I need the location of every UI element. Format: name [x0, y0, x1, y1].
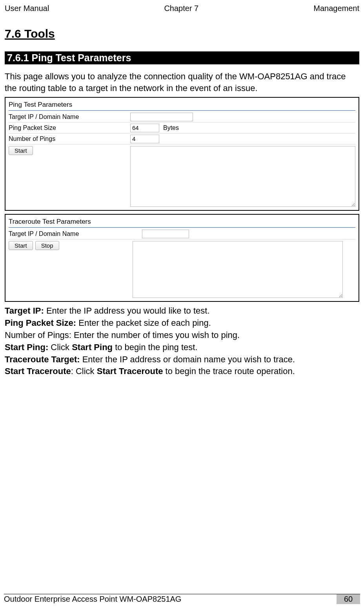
def-packet-size: Ping Packet Size: Enter the packet size … — [5, 317, 359, 329]
trace-buttons-row: Start Stop — [9, 239, 355, 298]
def-trace-target-text: Enter the IP address or domain name you … — [80, 354, 295, 364]
header-right: Management — [313, 4, 359, 13]
footer-left: Outdoor Enterprise Access Point WM-OAP82… — [4, 595, 181, 604]
def-start-trace-text1: : Click — [71, 366, 97, 376]
divider — [9, 110, 355, 111]
ping-size-label: Ping Packet Size — [9, 124, 130, 131]
traceroute-panel: Traceroute Test Parameters Target IP / D… — [5, 214, 359, 302]
trace-output[interactable] — [133, 241, 343, 298]
ping-target-row: Target IP / Domain Name — [9, 111, 355, 122]
ping-count-row: Number of Pings — [9, 133, 355, 144]
def-target-ip: Target IP: Enter the IP address you woul… — [5, 305, 359, 317]
ping-panel-title: Ping Test Parameters — [9, 100, 355, 110]
page-footer: Outdoor Enterprise Access Point WM-OAP82… — [4, 594, 360, 604]
definitions: Target IP: Enter the IP address you woul… — [5, 305, 359, 378]
ping-start-row: Start — [9, 144, 355, 207]
ping-start-button[interactable]: Start — [9, 146, 33, 155]
def-start-trace-term: Start Traceroute — [5, 366, 71, 376]
divider — [9, 227, 355, 228]
ping-target-label: Target IP / Domain Name — [9, 113, 130, 121]
page-number: 60 — [337, 594, 360, 604]
def-target-ip-term: Target IP: — [5, 306, 44, 316]
def-start-trace-text2: to begin the trace route operation. — [163, 366, 295, 376]
trace-start-button[interactable]: Start — [9, 241, 33, 250]
trace-stop-button[interactable]: Stop — [35, 241, 59, 250]
section-title: 7.6 Tools — [5, 27, 359, 40]
traceroute-panel-title: Traceroute Test Parameters — [9, 217, 355, 227]
ping-size-input[interactable] — [130, 124, 159, 132]
ping-size-row: Ping Packet Size Bytes — [9, 122, 355, 133]
def-start-ping-text1: Click — [48, 342, 72, 352]
def-trace-target-term: Traceroute Target: — [5, 354, 80, 364]
ping-count-label: Number of Pings — [9, 135, 130, 142]
ping-count-input[interactable] — [130, 135, 159, 143]
header-center: Chapter 7 — [164, 4, 198, 13]
def-start-ping-text2: to begin the ping test. — [113, 342, 198, 352]
ping-output[interactable] — [130, 146, 355, 207]
def-num-pings: Number of Pings: Enter the number of tim… — [5, 329, 359, 341]
def-start-ping: Start Ping: Click Start Ping to begin th… — [5, 341, 359, 354]
def-start-trace-term2: Start Traceroute — [97, 366, 163, 376]
trace-target-row: Target IP / Domain Name — [9, 228, 355, 239]
ping-target-input[interactable] — [130, 113, 193, 121]
intro-text: This page allows you to analyze the conn… — [5, 71, 359, 94]
def-packet-size-term: Ping Packet Size: — [5, 318, 76, 328]
header-left: User Manual — [5, 4, 49, 13]
trace-target-label: Target IP / Domain Name — [9, 230, 142, 237]
def-start-trace: Start Traceroute: Click Start Traceroute… — [5, 365, 359, 378]
subsection-title: 7.6.1 Ping Test Parameters — [5, 51, 359, 64]
def-start-ping-term: Start Ping: — [5, 342, 48, 352]
ping-size-unit: Bytes — [163, 124, 179, 131]
def-trace-target: Traceroute Target: Enter the IP address … — [5, 354, 359, 366]
page-header: User Manual Chapter 7 Management — [4, 4, 360, 15]
ping-panel: Ping Test Parameters Target IP / Domain … — [5, 97, 359, 211]
def-target-ip-text: Enter the IP address you would like to t… — [44, 306, 210, 316]
def-packet-size-text: Enter the packet size of each ping. — [76, 318, 211, 328]
def-start-ping-term2: Start Ping — [72, 342, 113, 352]
trace-target-input[interactable] — [142, 230, 189, 238]
